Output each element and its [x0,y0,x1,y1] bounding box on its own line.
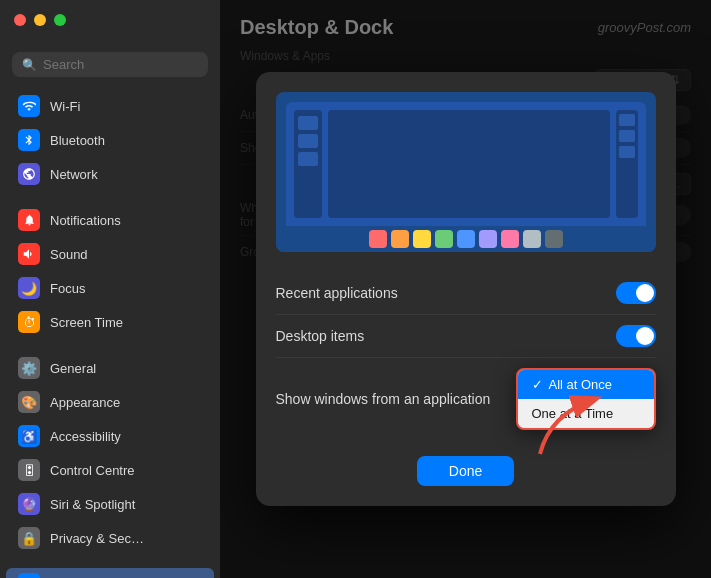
bluetooth-icon [18,129,40,151]
sidebar-item-general[interactable]: ⚙️ General [6,352,214,384]
sidebar-item-focus[interactable]: 🌙 Focus [6,272,214,304]
privacy-icon: 🔒 [18,527,40,549]
search-input[interactable] [43,57,198,72]
desktop-dock-icon: 🖥 [18,573,40,578]
sidebar-item-label: Focus [50,281,85,296]
dock-app-icon [545,230,563,248]
option-label: One at a Time [532,406,614,421]
desktop-items-row: Desktop items [276,315,656,358]
preview-block [298,152,318,166]
sound-icon [18,243,40,265]
sidebar-item-label: Siri & Spotlight [50,497,135,512]
network-icon [18,163,40,185]
modal-dialog: Recent applications Desktop items Show w… [256,72,676,506]
preview-sidebar [294,110,322,218]
dropdown-container: ✓ All at Once One at a Time [516,368,656,430]
sidebar-item-label: Control Centre [50,463,135,478]
sidebar-item-sound[interactable]: Sound [6,238,214,270]
sidebar-item-label: Screen Time [50,315,123,330]
sidebar-item-accessibility[interactable]: ♿ Accessibility [6,420,214,452]
sidebar-item-label: Bluetooth [50,133,105,148]
control-centre-icon: 🎛 [18,459,40,481]
preview-block [619,130,635,142]
dropdown-option-one-at-a-time[interactable]: One at a Time [518,399,654,428]
sidebar-item-label: Wi-Fi [50,99,80,114]
dock-app-icon [501,230,519,248]
appearance-icon: 🎨 [18,391,40,413]
option-label: All at Once [549,377,613,392]
traffic-lights [14,14,66,26]
dropdown-option-all-at-once[interactable]: ✓ All at Once [518,370,654,399]
done-button[interactable]: Done [417,456,514,486]
show-windows-label: Show windows from an application [276,391,491,407]
dock-preview [276,92,656,252]
notifications-icon [18,209,40,231]
accessibility-icon: ♿ [18,425,40,447]
sidebar-item-label: General [50,361,96,376]
desktop-items-toggle[interactable] [616,325,656,347]
dock-app-icon [523,230,541,248]
preview-block [619,114,635,126]
preview-block [298,116,318,130]
sidebar-item-wifi[interactable]: Wi-Fi [6,90,214,122]
sidebar-item-bluetooth[interactable]: Bluetooth [6,124,214,156]
sidebar-item-appearance[interactable]: 🎨 Appearance [6,386,214,418]
sidebar-item-label: Network [50,167,98,182]
main-content-area: Desktop & Dock groovyPost.com Windows & … [220,0,711,578]
sidebar-item-label: Notifications [50,213,121,228]
siri-icon: 🔮 [18,493,40,515]
sidebar-item-privacy[interactable]: 🔒 Privacy & Sec… [6,522,214,554]
fullscreen-button[interactable] [54,14,66,26]
preview-block [298,134,318,148]
dock-app-icon [479,230,497,248]
preview-block [619,146,635,158]
wifi-icon [18,95,40,117]
sidebar-item-control-centre[interactable]: 🎛 Control Centre [6,454,214,486]
show-windows-dropdown[interactable]: ✓ All at Once One at a Time [516,368,656,430]
modal-overlay: Recent applications Desktop items Show w… [220,0,711,578]
preview-main [328,110,610,218]
check-icon: ✓ [532,377,543,392]
recent-apps-label: Recent applications [276,285,398,301]
sidebar: 🔍 Wi-Fi Bluetooth Network Notifications … [0,0,220,578]
dock-app-icon [369,230,387,248]
sidebar-item-desktop-dock[interactable]: 🖥 Desktop & Dock [6,568,214,578]
recent-apps-row: Recent applications [276,272,656,315]
sidebar-item-notifications[interactable]: Notifications [6,204,214,236]
sidebar-item-siri[interactable]: 🔮 Siri & Spotlight [6,488,214,520]
dock-bar [276,226,656,252]
dock-app-icon [413,230,431,248]
screen-time-icon: ⏱ [18,311,40,333]
close-button[interactable] [14,14,26,26]
dock-app-icon [435,230,453,248]
dock-app-icon [457,230,475,248]
sidebar-item-label: Accessibility [50,429,121,444]
sidebar-item-network[interactable]: Network [6,158,214,190]
dock-app-icon [391,230,409,248]
preview-right [616,110,638,218]
search-box[interactable]: 🔍 [12,52,208,77]
sidebar-item-label: Sound [50,247,88,262]
general-icon: ⚙️ [18,357,40,379]
focus-icon: 🌙 [18,277,40,299]
sidebar-item-label: Privacy & Sec… [50,531,144,546]
sidebar-item-label: Appearance [50,395,120,410]
desktop-items-label: Desktop items [276,328,365,344]
show-windows-row: Show windows from an application ✓ All a… [276,358,656,440]
search-icon: 🔍 [22,58,37,72]
recent-apps-toggle[interactable] [616,282,656,304]
sidebar-item-screen-time[interactable]: ⏱ Screen Time [6,306,214,338]
preview-screen [286,102,646,226]
minimize-button[interactable] [34,14,46,26]
